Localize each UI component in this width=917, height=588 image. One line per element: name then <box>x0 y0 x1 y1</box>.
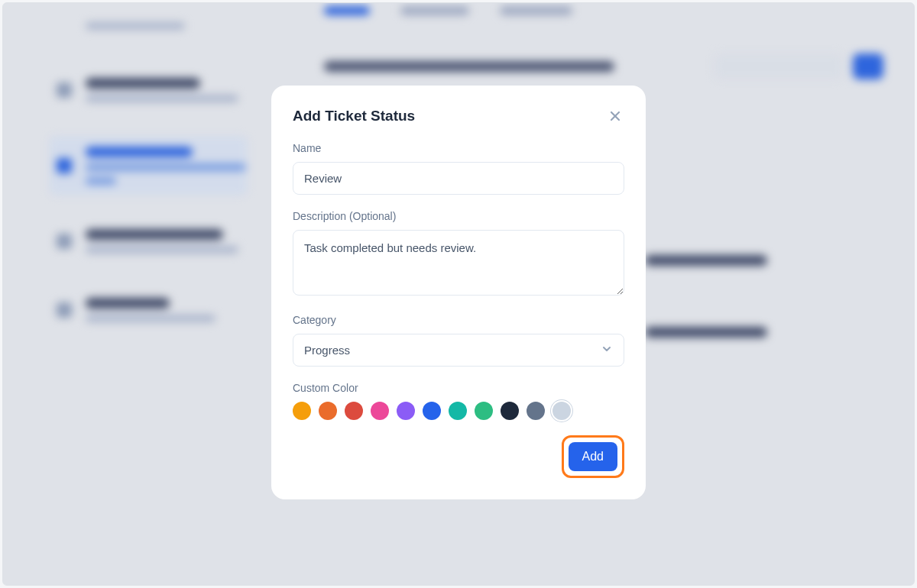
modal-overlay: Add Ticket Status Name Description (Opti… <box>3 3 914 585</box>
color-swatch-2[interactable] <box>345 402 363 420</box>
description-label: Description (Optional) <box>293 210 624 222</box>
name-input[interactable] <box>293 162 624 195</box>
close-button[interactable] <box>606 107 624 125</box>
color-swatch-3[interactable] <box>371 402 389 420</box>
add-button-highlight: Add <box>562 435 624 478</box>
modal-title: Add Ticket Status <box>293 108 415 124</box>
color-swatch-8[interactable] <box>501 402 519 420</box>
name-label: Name <box>293 142 624 154</box>
category-select[interactable]: Progress <box>293 334 624 367</box>
color-swatch-0[interactable] <box>293 402 311 420</box>
color-swatch-6[interactable] <box>449 402 467 420</box>
close-icon <box>610 111 621 121</box>
add-button[interactable]: Add <box>569 442 617 471</box>
category-label: Category <box>293 314 624 326</box>
custom-color-label: Custom Color <box>293 382 624 394</box>
add-ticket-status-modal: Add Ticket Status Name Description (Opti… <box>271 86 646 499</box>
color-swatch-group <box>293 402 624 420</box>
color-swatch-9[interactable] <box>527 402 545 420</box>
color-swatch-4[interactable] <box>397 402 415 420</box>
color-swatch-10[interactable] <box>552 402 571 420</box>
description-input[interactable] <box>293 230 624 296</box>
color-swatch-7[interactable] <box>475 402 493 420</box>
color-swatch-5[interactable] <box>423 402 441 420</box>
color-swatch-1[interactable] <box>319 402 337 420</box>
